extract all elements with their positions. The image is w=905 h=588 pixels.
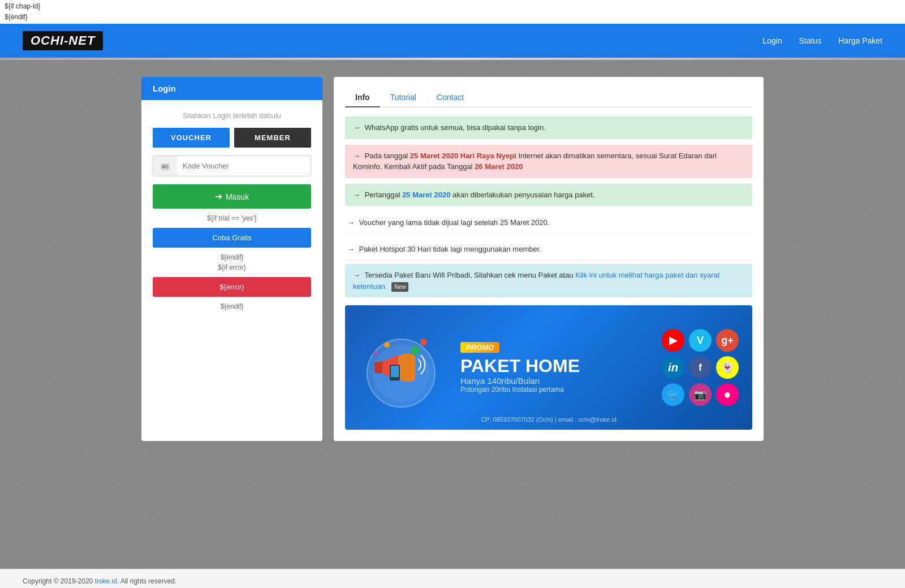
error-button[interactable]: ${error} xyxy=(153,277,311,297)
svg-point-12 xyxy=(384,342,390,348)
new-badge: New xyxy=(391,282,408,292)
svg-rect-7 xyxy=(374,362,382,373)
nav-harga-paket[interactable]: Harga Paket xyxy=(838,36,882,45)
svg-point-11 xyxy=(420,339,427,345)
voucher-input[interactable] xyxy=(177,156,311,176)
debug-bar: ${if chap-id} ${endif} xyxy=(0,0,905,24)
linkedin-icon: in xyxy=(662,356,684,379)
header: OCHI-NET Login Status Harga Paket xyxy=(0,24,905,58)
arrow-icon-2: → xyxy=(353,152,360,160)
twitter-icon: 🐦 xyxy=(662,383,684,406)
tab-tutorial[interactable]: Tutorial xyxy=(380,88,426,107)
promo-icons: ▶ V g+ in f 👻 🐦 📷 ● xyxy=(662,329,739,406)
promo-badge: PROMO xyxy=(460,342,499,353)
content-wrapper: Login Silahkan Login terlebih dahulu VOU… xyxy=(141,77,764,441)
login-body: Silahkan Login terlebih dahulu VOUCHER M… xyxy=(141,100,322,324)
arrow-icon-4: → xyxy=(347,218,355,227)
voucher-icon xyxy=(153,156,177,176)
nav-status[interactable]: Status xyxy=(799,36,821,45)
template-endif1-text: ${endif} xyxy=(153,253,311,261)
promo-cut: Potongan 20ribu Instalasi pertama xyxy=(460,386,580,394)
promo-illustration xyxy=(359,322,449,413)
login-arrow-icon: ➔ xyxy=(215,191,222,202)
login-panel: Login Silahkan Login terlebih dahulu VOU… xyxy=(141,77,322,441)
coba-gratis-button[interactable]: Coba Gratis xyxy=(153,228,311,248)
promo-content: PROMO PAKET HOME Hanya 140ribu/Bulan Pot… xyxy=(460,342,580,394)
snapchat-icon: 👻 xyxy=(716,356,739,379)
arrow-icon-3: → xyxy=(353,191,360,199)
facebook-icon: f xyxy=(689,356,712,379)
promo-subtitle: Hanya 140ribu/Bulan xyxy=(460,376,580,386)
gplus-icon: g+ xyxy=(716,329,739,352)
login-hint: Silahkan Login terlebih dahulu xyxy=(153,111,311,120)
svg-point-13 xyxy=(373,351,378,356)
promo-title: PAKET HOME xyxy=(460,356,580,376)
tab-info[interactable]: Info xyxy=(345,88,380,107)
tabs: Info Tutorial Contact xyxy=(345,88,752,107)
arrow-icon-5: → xyxy=(347,245,355,253)
template-error-if-text: ${if error} xyxy=(153,263,311,271)
promo-banner: PROMO PAKET HOME Hanya 140ribu/Bulan Pot… xyxy=(345,305,752,430)
voucher-button[interactable]: VOUCHER xyxy=(153,128,230,148)
svg-point-10 xyxy=(411,346,420,355)
svg-point-1 xyxy=(162,165,165,168)
nav: Login Status Harga Paket xyxy=(762,36,882,45)
footer-copyright: Copyright © 2019-2020 xyxy=(23,577,95,585)
login-header: Login xyxy=(141,77,322,100)
svg-rect-2 xyxy=(166,165,168,166)
promo-contact: CP: 085937007032 (Ochi) | email : ochi@t… xyxy=(345,416,752,423)
nav-login[interactable]: Login xyxy=(762,36,782,45)
debug-line1: ${if chap-id} xyxy=(5,1,900,12)
template-trial-text: ${if trial == 'yes'} xyxy=(153,214,311,222)
footer: Copyright © 2019-2020 troke.id. All righ… xyxy=(0,569,905,588)
svg-rect-9 xyxy=(391,366,399,377)
vimeo-icon: V xyxy=(689,329,712,352)
info-msg-voucher: → Voucher yang lama tidak dijual lagi se… xyxy=(345,211,752,235)
arrow-icon-6: → xyxy=(353,271,360,279)
tab-contact[interactable]: Contact xyxy=(426,88,474,107)
instagram-icon: 📷 xyxy=(689,383,712,406)
info-msg-hotspot: → Paket Hotspot 30 Hari tidak lagi mengg… xyxy=(345,238,752,261)
info-panel: Info Tutorial Contact → WhatsApp gratis … xyxy=(334,77,764,441)
voucher-input-wrap xyxy=(153,155,311,176)
masuk-button[interactable]: ➔ Masuk xyxy=(153,184,311,209)
arrow-icon-1: → xyxy=(353,123,360,132)
flickr-icon: ● xyxy=(716,383,739,406)
info-msg-nyepi: → Pada tanggal 25 Maret 2020 Hari Raya N… xyxy=(345,145,752,178)
svg-rect-3 xyxy=(166,167,168,168)
youtube-icon: ▶ xyxy=(662,329,684,352)
debug-line2: ${endif} xyxy=(5,12,900,23)
bg-area: Login Silahkan Login terlebih dahulu VOU… xyxy=(0,60,905,569)
info-msg-harga: → Pertanggal 25 Maret 2020 akan diberlak… xyxy=(345,184,752,206)
promo-left: PROMO PAKET HOME Hanya 140ribu/Bulan Pot… xyxy=(359,322,580,413)
logo: OCHI-NET xyxy=(23,31,103,50)
member-button[interactable]: MEMBER xyxy=(234,128,311,148)
footer-link[interactable]: troke.id. xyxy=(95,577,119,585)
template-endif2-text: ${endif} xyxy=(153,302,311,310)
btn-group: VOUCHER MEMBER xyxy=(153,128,311,148)
info-msg-wifi: → Tersedia Paket Baru Wifi Pribadi, Sila… xyxy=(345,264,752,297)
info-msg-whatsapp: → WhatsApp gratis untuk semua, bisa dipa… xyxy=(345,116,752,139)
footer-suffix: All rights reserved. xyxy=(119,577,176,585)
